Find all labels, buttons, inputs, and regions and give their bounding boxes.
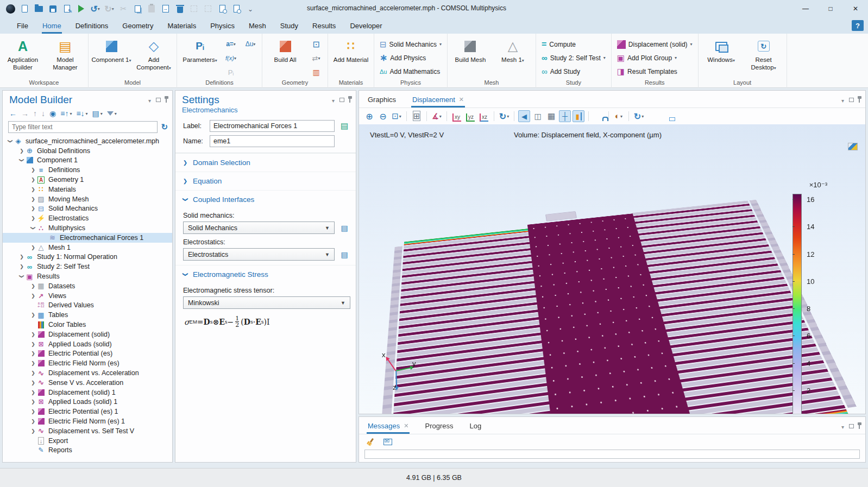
menu-definitions[interactable]: Definitions xyxy=(68,19,116,33)
float-panel-icon[interactable] xyxy=(156,98,161,102)
default-view-icon[interactable]: ▾ xyxy=(431,110,443,122)
tree-item-component-1[interactable]: ❯Component 1 xyxy=(3,156,172,166)
minimize-button[interactable]: — xyxy=(793,0,818,17)
tree-item-mesh-1[interactable]: ❯Mesh 1 xyxy=(3,243,172,252)
undo-icon[interactable]: ▾ xyxy=(89,2,101,15)
tree-item-electromechanical-forces-1[interactable]: Electromechanical Forces 1 xyxy=(3,233,172,243)
tree-item-electric-potential-es-1[interactable]: ❯Electric Potential (es) 1 xyxy=(3,407,172,416)
expand-arrow-icon[interactable]: ❯ xyxy=(19,273,24,280)
menu-mesh[interactable]: Mesh xyxy=(242,19,273,33)
float-panel-icon[interactable] xyxy=(849,98,854,102)
tab-graphics[interactable]: Graphics xyxy=(367,92,397,107)
expand-arrow-icon[interactable]: ❯ xyxy=(18,148,25,154)
delete-icon[interactable] xyxy=(174,2,186,15)
tree-item-geometry-1[interactable]: ❯Geometry 1 xyxy=(3,175,172,185)
pin-icon[interactable] xyxy=(859,425,860,429)
expand-arrow-icon[interactable]: ❯ xyxy=(30,293,36,299)
scene-light-icon[interactable] xyxy=(518,110,530,122)
add-interface-icon[interactable] xyxy=(338,249,350,260)
plot-area[interactable]: VtestL=0 V, VtestR=2 V Volume: Displacem… xyxy=(359,124,865,414)
expand-arrow-icon[interactable]: ❯ xyxy=(30,390,36,395)
expand-arrow-icon[interactable]: ❯ xyxy=(30,197,36,202)
show-axis-orientation-icon[interactable] xyxy=(559,110,571,122)
add-study-button[interactable]: Add Study xyxy=(538,65,609,78)
close-tab-icon[interactable]: ✕ xyxy=(459,96,464,103)
label-field[interactable] xyxy=(210,120,335,132)
show-color-legend-icon[interactable] xyxy=(573,110,584,122)
save-icon[interactable] xyxy=(47,2,59,15)
tree-item-electric-field-norm-es-1[interactable]: ❯Electric Field Norm (es) 1 xyxy=(3,416,172,426)
tree-item-applied-loads-solid[interactable]: ❯Applied Loads (solid) xyxy=(3,339,172,349)
tab-log[interactable]: Log xyxy=(469,419,483,434)
add-physics-button[interactable]: Add Physics xyxy=(376,51,445,65)
environment-reflections-icon[interactable] xyxy=(532,110,544,122)
zoom-box-icon[interactable]: ▾ xyxy=(391,110,402,122)
expand-arrow-icon[interactable]: ❯ xyxy=(30,360,36,366)
build-mesh-button[interactable]: Build Mesh xyxy=(450,36,491,64)
new-file-icon[interactable] xyxy=(18,2,30,15)
show-toggle-icon[interactable]: ◉ xyxy=(49,109,56,118)
tree-item-study-2-self-test[interactable]: ❯Study 2: Self Test xyxy=(3,262,172,271)
compute-button[interactable]: Compute xyxy=(538,37,609,51)
pin-icon[interactable] xyxy=(349,99,350,103)
paste-icon[interactable] xyxy=(146,2,158,15)
view-xz-icon[interactable] xyxy=(478,110,490,122)
rotate-icon[interactable]: ▾ xyxy=(498,110,510,122)
nonlocal-couplings-icon[interactable]: ▾ xyxy=(241,37,260,50)
result-templates-button[interactable]: Result Templates xyxy=(614,65,696,78)
menu-developer[interactable]: Developer xyxy=(343,19,389,33)
expand-arrow-icon[interactable]: ❯ xyxy=(30,225,36,231)
expand-arrow-icon[interactable]: ❯ xyxy=(30,351,36,356)
move-up-icon[interactable]: ↑ xyxy=(33,109,37,118)
menu-materials[interactable]: Materials xyxy=(160,19,203,33)
clear-messages-icon[interactable] xyxy=(364,436,376,448)
menu-file[interactable]: File xyxy=(10,19,35,33)
cut-icon[interactable] xyxy=(117,2,129,15)
menu-results[interactable]: Results xyxy=(305,19,343,33)
build-all-button[interactable]: Build All xyxy=(265,36,306,64)
tab-progress[interactable]: Progress xyxy=(424,419,454,434)
tree-item-displacement-solid[interactable]: ❯Displacement (solid) xyxy=(3,330,172,339)
tree-item-solid-mechanics[interactable]: ❯Solid Mechanics xyxy=(3,204,172,214)
virtual-operations-icon[interactable] xyxy=(307,66,325,79)
tree-item-electric-potential-es[interactable]: ❯Electric Potential (es) xyxy=(3,349,172,359)
image-settings-icon[interactable]: ▾ xyxy=(613,110,625,122)
tree-item-export[interactable]: Export xyxy=(3,436,172,446)
expand-arrow-icon[interactable]: ❯ xyxy=(30,245,36,250)
tree-item-definitions[interactable]: ❯Definitions xyxy=(3,165,172,175)
section-electromagnetic-stress[interactable]: ❯ Electromagnetic Stress xyxy=(175,265,356,283)
pin-icon[interactable] xyxy=(166,99,167,103)
expand-arrow-icon[interactable]: ❯ xyxy=(8,138,13,144)
plot-thumbnail-icon[interactable] xyxy=(848,143,858,150)
tab-messages[interactable]: Messages✕ xyxy=(367,419,410,434)
variables-icon[interactable]: ▾ xyxy=(222,37,240,50)
expand-arrow-icon[interactable]: ❯ xyxy=(30,399,36,404)
expand-arrow-icon[interactable]: ❯ xyxy=(30,341,36,347)
show-grid-icon[interactable] xyxy=(545,110,557,122)
expand-arrow-icon[interactable]: ❯ xyxy=(30,380,36,385)
expand-arrow-icon[interactable]: ❯ xyxy=(19,157,24,163)
mesh-1-button[interactable]: Mesh 1▾ xyxy=(492,36,533,64)
close-button[interactable]: ✕ xyxy=(843,0,868,17)
name-field[interactable] xyxy=(210,135,335,147)
expand-arrow-icon[interactable]: ❯ xyxy=(30,216,36,221)
solid-mechanics-button[interactable]: Solid Mechanics▾ xyxy=(376,37,445,51)
add-material-button[interactable]: Add Material xyxy=(330,36,372,64)
float-panel-icon[interactable] xyxy=(849,424,854,428)
tree-item-datasets[interactable]: ❯Datasets xyxy=(3,281,172,291)
forward-icon[interactable]: → xyxy=(21,109,29,118)
panel-menu-icon[interactable] xyxy=(841,95,844,105)
electrostatics-select[interactable]: Electrostatics ▼ xyxy=(183,248,335,261)
functions-icon[interactable]: ▾ xyxy=(222,52,240,65)
update-plot-icon[interactable]: ▾ xyxy=(633,110,645,122)
tree-item-surface-micromachined-accelerometer-mph[interactable]: ❯surface_micromachined_accelerometer.mph xyxy=(3,136,172,146)
maximize-button[interactable]: □ xyxy=(818,0,843,17)
zoom-out-icon[interactable] xyxy=(377,110,389,122)
tree-item-derived-values[interactable]: Derived Values xyxy=(3,301,172,311)
expand-arrow-icon[interactable]: ❯ xyxy=(30,332,36,337)
tree-item-study-1-normal-operation[interactable]: ❯Study 1: Normal Operation xyxy=(3,252,172,262)
displacement-solid-button[interactable]: Displacement (solid)▾ xyxy=(614,37,696,51)
view-yz-icon[interactable] xyxy=(464,110,476,122)
panel-menu-icon[interactable] xyxy=(332,95,335,105)
tree-item-multiphysics[interactable]: ❯Multiphysics xyxy=(3,223,172,233)
